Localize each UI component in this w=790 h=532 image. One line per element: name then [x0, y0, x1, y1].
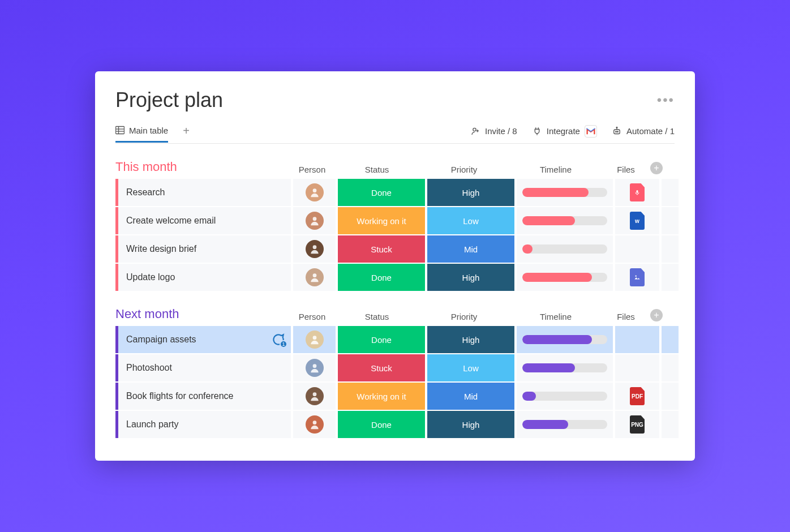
file-icon-audio[interactable] [630, 183, 645, 201]
automate-button[interactable]: Automate / 1 [612, 126, 675, 136]
status-cell[interactable]: Working on it [338, 207, 425, 234]
status-cell[interactable]: Done [338, 326, 425, 353]
priority-cell[interactable]: High [427, 411, 514, 438]
file-icon-pdf[interactable]: PDF [630, 387, 645, 405]
table-row[interactable]: Campaign assets1DoneHigh [115, 326, 675, 353]
priority-cell[interactable]: High [427, 264, 514, 291]
files-cell[interactable]: PDF [615, 383, 659, 410]
file-icon-png[interactable]: PNG [630, 415, 645, 434]
task-cell[interactable]: Campaign assets1 [115, 326, 291, 353]
files-cell[interactable] [615, 326, 659, 353]
table-row[interactable]: Launch partyDoneHighPNG [115, 411, 675, 438]
extra-cell[interactable] [662, 354, 679, 381]
column-header-person[interactable]: Person [291, 165, 333, 178]
files-cell[interactable]: PNG [615, 411, 659, 438]
avatar[interactable] [306, 331, 324, 349]
avatar[interactable] [306, 212, 324, 230]
chat-icon[interactable]: 1 [271, 332, 285, 347]
file-icon-word[interactable]: w [630, 212, 645, 230]
status-cell[interactable]: Working on it [338, 383, 425, 410]
avatar[interactable] [306, 268, 324, 286]
avatar[interactable] [306, 359, 324, 377]
extra-cell[interactable] [662, 264, 679, 291]
files-cell[interactable]: w [615, 207, 659, 234]
group-title[interactable]: Next month [115, 307, 291, 325]
task-cell[interactable]: Create welcome email [115, 207, 291, 234]
avatar[interactable] [306, 387, 324, 405]
column-header-timeline[interactable]: Timeline [508, 165, 604, 178]
files-cell[interactable] [615, 264, 659, 291]
timeline-cell[interactable] [517, 179, 613, 206]
task-cell[interactable]: Update logo [115, 264, 291, 291]
column-header-files[interactable]: Files [604, 312, 648, 325]
task-cell[interactable]: Photoshoot [115, 354, 291, 381]
table-row[interactable]: ResearchDoneHigh [115, 179, 675, 206]
table-row[interactable]: Book flights for conferenceWorking on it… [115, 383, 675, 410]
avatar[interactable] [306, 183, 324, 201]
timeline-cell[interactable] [517, 326, 613, 353]
table-row[interactable]: Update logoDoneHigh [115, 264, 675, 291]
priority-cell[interactable]: Low [427, 354, 514, 381]
column-header-status[interactable]: Status [333, 312, 420, 325]
timeline-cell[interactable] [517, 207, 613, 234]
column-header-person[interactable]: Person [291, 312, 333, 325]
avatar[interactable] [306, 240, 324, 258]
table-row[interactable]: PhotoshootStuckLow [115, 354, 675, 381]
person-cell[interactable] [293, 179, 336, 206]
add-column-button[interactable]: + [650, 309, 663, 321]
extra-cell[interactable] [662, 326, 679, 353]
svg-point-11 [616, 127, 617, 128]
timeline-cell[interactable] [517, 264, 613, 291]
timeline-cell[interactable] [517, 411, 613, 438]
task-cell[interactable]: Research [115, 179, 291, 206]
status-cell[interactable]: Done [338, 264, 425, 291]
priority-cell[interactable]: High [427, 326, 514, 353]
extra-cell[interactable] [662, 383, 679, 410]
status-cell[interactable]: Stuck [338, 235, 425, 263]
timeline-cell[interactable] [517, 383, 613, 410]
file-icon-image[interactable] [630, 268, 645, 286]
extra-cell[interactable] [662, 207, 679, 234]
priority-cell[interactable]: Low [427, 207, 514, 234]
timeline-cell[interactable] [517, 235, 613, 263]
column-header-timeline[interactable]: Timeline [508, 312, 604, 325]
priority-cell[interactable]: High [427, 179, 514, 206]
files-cell[interactable] [615, 235, 659, 263]
person-cell[interactable] [293, 354, 336, 381]
priority-cell[interactable]: Mid [427, 383, 514, 410]
table-row[interactable]: Write design briefStuckMid [115, 235, 675, 263]
task-cell[interactable]: Launch party [115, 411, 291, 438]
extra-cell[interactable] [662, 179, 679, 206]
column-header-status[interactable]: Status [333, 165, 420, 178]
status-cell[interactable]: Done [338, 411, 425, 438]
timeline-cell[interactable] [517, 354, 613, 381]
add-view-button[interactable]: + [183, 125, 190, 143]
table-row[interactable]: Create welcome emailWorking on itLoww [115, 207, 675, 234]
status-cell[interactable]: Stuck [338, 354, 425, 381]
person-cell[interactable] [293, 264, 336, 291]
files-cell[interactable] [615, 179, 659, 206]
priority-cell[interactable]: Mid [427, 235, 514, 263]
task-cell[interactable]: Write design brief [115, 235, 291, 263]
person-cell[interactable] [293, 326, 336, 353]
column-header-priority[interactable]: Priority [420, 312, 508, 325]
group-title[interactable]: This month [115, 160, 291, 178]
person-cell[interactable] [293, 235, 336, 263]
column-header-files[interactable]: Files [604, 165, 648, 178]
status-cell[interactable]: Done [338, 179, 425, 206]
more-menu-icon[interactable]: ••• [657, 92, 675, 108]
invite-button[interactable]: Invite / 8 [470, 126, 517, 136]
integrate-button[interactable]: Integrate [532, 125, 597, 138]
task-cell[interactable]: Book flights for conference [115, 383, 291, 410]
avatar[interactable] [306, 415, 324, 434]
tab-main-table[interactable]: Main table [115, 126, 168, 143]
person-cell[interactable] [293, 383, 336, 410]
person-cell[interactable] [293, 207, 336, 234]
add-column-button[interactable]: + [650, 162, 663, 174]
extra-cell[interactable] [662, 411, 679, 438]
person-cell[interactable] [293, 411, 336, 438]
extra-cell[interactable] [662, 235, 679, 263]
column-header-priority[interactable]: Priority [420, 165, 508, 178]
priority-value: High [427, 179, 514, 206]
files-cell[interactable] [615, 354, 659, 381]
